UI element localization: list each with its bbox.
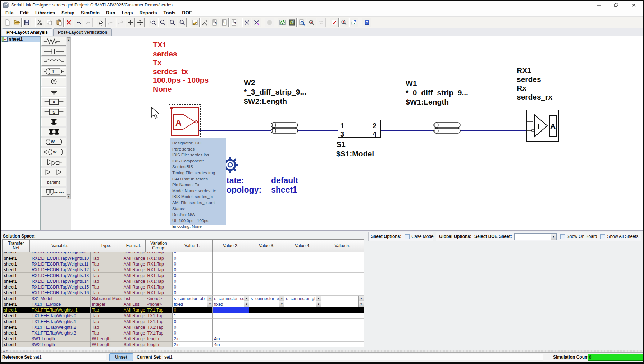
net-wizard-color-button[interactable] — [252, 18, 261, 27]
value-cell[interactable]: 0 — [173, 252, 213, 255]
value-cell[interactable] — [213, 324, 249, 330]
cell[interactable]: Tap — [91, 330, 122, 336]
value-cell[interactable] — [321, 324, 364, 330]
cell[interactable]: sheet1 — [3, 252, 30, 255]
value-cell[interactable] — [284, 252, 321, 255]
value-cell[interactable] — [249, 307, 284, 313]
pan-move-button[interactable] — [136, 18, 145, 27]
save-button[interactable] — [22, 18, 31, 27]
menu-edit[interactable]: Edit — [17, 10, 32, 16]
cell[interactable]: AMI Range — [122, 267, 146, 273]
cell[interactable]: Tap — [91, 273, 122, 278]
cell[interactable]: Subcircuit Model — [91, 296, 122, 301]
value-cell[interactable] — [284, 307, 321, 313]
cell[interactable]: sheet1 — [3, 296, 30, 301]
palette-item-ground[interactable] — [41, 87, 66, 96]
value-cell[interactable] — [213, 313, 249, 319]
chevron-down-icon[interactable]: ▼ — [207, 296, 212, 301]
value-cell[interactable]: fixed▼ — [173, 301, 213, 307]
value-cell[interactable] — [249, 342, 284, 347]
value-cell[interactable]: 0 — [173, 290, 213, 296]
value-cell[interactable] — [249, 319, 284, 324]
cell[interactable]: RX1:Tap — [146, 255, 173, 261]
cell[interactable]: TX1:FFE.TapWeights.0 — [30, 313, 91, 319]
table-row[interactable]: sheet1$W1:LengthW LengthSoft Rangelength… — [3, 336, 364, 342]
palette-item-ibis-buffer[interactable] — [41, 158, 66, 166]
cell[interactable]: length — [146, 342, 173, 347]
delete-button[interactable] — [64, 18, 73, 27]
cell[interactable]: AMI Range — [122, 261, 146, 267]
schematic-canvas[interactable]: 1 3 2 4 I — [71, 36, 643, 230]
cell[interactable]: TX1:Tap — [146, 324, 173, 330]
cell[interactable]: Tap — [91, 307, 122, 313]
value-cell[interactable] — [321, 307, 364, 313]
value-cell[interactable] — [321, 252, 364, 255]
tx1-transmitter-symbol[interactable]: A — [169, 105, 201, 139]
chevron-down-icon[interactable]: ▼ — [207, 301, 212, 307]
menu-setup[interactable]: Setup — [58, 10, 78, 16]
doe-sheet-select[interactable]: ▼ — [514, 233, 557, 240]
palette-item-probes[interactable]: PROBES — [41, 188, 66, 197]
undo-button[interactable] — [74, 18, 83, 27]
cell[interactable]: <none> — [146, 296, 173, 301]
chevron-down-icon[interactable]: ▼ — [244, 296, 249, 301]
value-cell[interactable] — [213, 290, 249, 296]
value-cell[interactable] — [249, 255, 284, 261]
restore-button[interactable] — [612, 2, 620, 8]
tree-item-sheet1[interactable]: sheet1 — [1, 36, 40, 42]
chevron-down-icon[interactable]: ▼ — [358, 301, 364, 307]
value-cell[interactable] — [284, 313, 321, 319]
sim-status-button[interactable] — [339, 18, 348, 27]
palette-item-params[interactable]: params — [41, 178, 66, 186]
open-project-button[interactable] — [13, 18, 22, 27]
cell[interactable]: Soft Range — [122, 336, 146, 342]
value-cell[interactable] — [249, 313, 284, 319]
table-row[interactable]: sheet1RX1:DFECDR.TapWeights.14TapAMI Ran… — [3, 278, 364, 284]
value-cell[interactable] — [213, 252, 249, 255]
cell[interactable]: RX1:DFECDR.TapWeights.13 — [30, 273, 91, 278]
paste-button[interactable] — [55, 18, 64, 27]
value-cell[interactable] — [249, 273, 284, 278]
value-cell[interactable] — [284, 319, 321, 324]
value-cell[interactable] — [249, 284, 284, 290]
palette-item-resistor[interactable] — [41, 37, 66, 46]
value-cell[interactable] — [213, 255, 249, 261]
cell[interactable]: TX1:FFE.Mode — [30, 301, 91, 307]
value-cell[interactable]: s_connector_cd▼ — [213, 296, 249, 301]
value-cell[interactable] — [249, 261, 284, 267]
cell[interactable]: Tap — [91, 255, 122, 261]
value-cell[interactable] — [213, 261, 249, 267]
value-cell[interactable] — [284, 273, 321, 278]
cell[interactable]: TX1:Tap — [146, 307, 173, 313]
value-cell[interactable] — [321, 261, 364, 267]
value-cell[interactable] — [321, 278, 364, 284]
current-set-field[interactable]: set1 — [163, 354, 543, 361]
cell[interactable]: <none> — [146, 301, 173, 307]
chevron-down-icon[interactable]: ▼ — [316, 301, 321, 307]
table-row[interactable]: sheet1TX1:FFE.TapWeights.3TapAMI RangeTX… — [3, 330, 364, 336]
value-cell[interactable] — [213, 330, 249, 336]
value-cell[interactable]: 0 — [173, 324, 213, 330]
cell[interactable]: W Length — [91, 336, 122, 342]
value-cell[interactable] — [284, 330, 321, 336]
value-cell[interactable] — [284, 278, 321, 284]
cell[interactable]: Tap — [91, 284, 122, 290]
value-cell[interactable] — [321, 273, 364, 278]
column-header[interactable]: Variation Group: — [146, 239, 172, 252]
value-cell[interactable]: s_connector_gh▼ — [284, 296, 321, 301]
palette-item-w-line[interactable]: W — [41, 138, 66, 146]
value-cell[interactable] — [321, 342, 364, 347]
cell[interactable]: TX1:Tap — [146, 313, 173, 319]
menu-simdata[interactable]: SimData — [78, 10, 103, 16]
value-cell[interactable]: 4in — [213, 342, 249, 347]
palette-item-coupled-w-line[interactable]: W — [41, 148, 66, 156]
net-wizard-button[interactable] — [242, 18, 251, 27]
value-cell[interactable] — [213, 267, 249, 273]
value-cell[interactable] — [321, 319, 364, 324]
palette-scroll-down-icon[interactable]: ▼ — [67, 194, 70, 199]
rx1-receiver-symbol[interactable]: I A — [526, 110, 558, 142]
cell[interactable]: AMI Range — [122, 255, 146, 261]
value-cell[interactable] — [321, 313, 364, 319]
value-cell[interactable] — [321, 336, 364, 342]
zoom-in-button[interactable] — [168, 18, 177, 27]
